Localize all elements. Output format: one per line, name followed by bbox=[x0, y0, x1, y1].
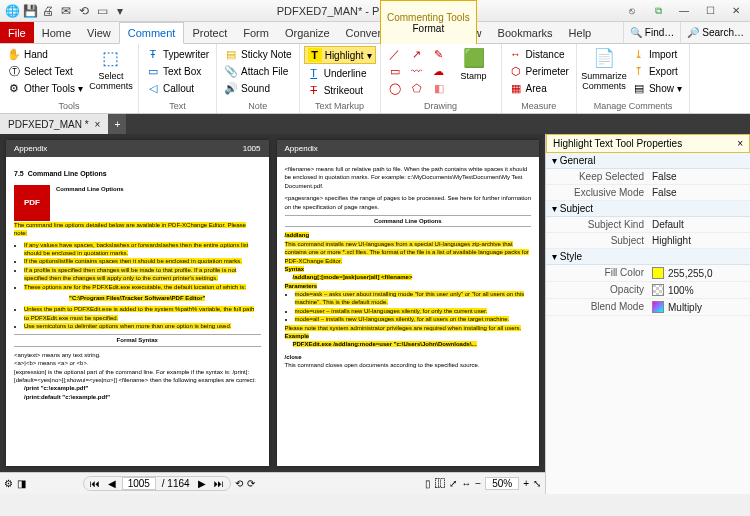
shape-cloud[interactable]: ☁ bbox=[429, 63, 449, 79]
subject-v[interactable]: Highlight bbox=[652, 235, 744, 246]
contextual-tab-format[interactable]: Format bbox=[387, 23, 470, 34]
next-page-icon[interactable]: ▶ bbox=[196, 478, 208, 489]
select-text-tool[interactable]: ⓉSelect Text bbox=[4, 63, 86, 79]
group-subject[interactable]: ▾ Subject bbox=[546, 201, 750, 217]
sticky-note-tool[interactable]: ▤Sticky Note bbox=[221, 46, 295, 62]
underline-tool[interactable]: TUnderline bbox=[304, 65, 376, 81]
highlight-tool[interactable]: THighlight▾ bbox=[304, 46, 376, 64]
textbox-tool[interactable]: ▭Text Box bbox=[143, 63, 212, 79]
props-close-icon[interactable]: × bbox=[737, 138, 743, 149]
example-hdr: Example bbox=[285, 333, 310, 339]
mail-icon[interactable]: ✉ bbox=[58, 3, 74, 19]
tab-bookmarks[interactable]: Bookmarks bbox=[490, 22, 561, 43]
shape-pencil[interactable]: ✎ bbox=[429, 46, 449, 62]
maximize-icon[interactable]: ☐ bbox=[698, 2, 722, 20]
new-tab-button[interactable]: + bbox=[108, 114, 126, 134]
group-style[interactable]: ▾ Style bbox=[546, 249, 750, 265]
select-comments-button[interactable]: ⬚Select Comments bbox=[88, 46, 134, 92]
last-page-icon[interactable]: ⏭ bbox=[212, 478, 226, 489]
first-page-icon[interactable]: ⏮ bbox=[88, 478, 102, 489]
doc-tab[interactable]: PDFXED7_MAN *× bbox=[0, 114, 108, 134]
tab-file[interactable]: File bbox=[0, 22, 34, 43]
qat-dropdown-icon[interactable]: ▾ bbox=[112, 3, 128, 19]
prev-page-icon[interactable]: ◀ bbox=[106, 478, 118, 489]
show-comments[interactable]: ▤Show▾ bbox=[629, 80, 685, 96]
import-comments[interactable]: ⤓Import bbox=[629, 46, 685, 62]
distance-tool[interactable]: ↔Distance bbox=[506, 46, 572, 62]
launch-icon[interactable]: ⎋ bbox=[620, 2, 644, 20]
save-icon[interactable]: 💾 bbox=[22, 3, 38, 19]
area-tool[interactable]: ▦Area bbox=[506, 80, 572, 96]
close-icon[interactable]: ✕ bbox=[724, 2, 748, 20]
group-general[interactable]: ▾ General bbox=[546, 153, 750, 169]
tab-organize[interactable]: Organize bbox=[277, 22, 338, 43]
find-box[interactable]: 🔍Find… bbox=[623, 22, 680, 43]
properties-pane: Highlight Text Tool Properties× ▾ Genera… bbox=[545, 134, 750, 494]
nav-back-icon[interactable]: ⟲ bbox=[235, 478, 243, 489]
globe-icon[interactable]: 🌐 bbox=[4, 3, 20, 19]
tab-home[interactable]: Home bbox=[34, 22, 79, 43]
tab-help[interactable]: Help bbox=[561, 22, 600, 43]
section-title: Command Line Options bbox=[28, 170, 107, 177]
shape-polyline[interactable]: 〰 bbox=[407, 63, 427, 79]
zoom-input[interactable] bbox=[485, 477, 519, 490]
status-bar: ⚙ ◨ ⏮ ◀ / 1164 ▶ ⏭ ⟲ ⟳ ▯ ⿲ ⤢ ↔ − + ⤡ bbox=[0, 472, 545, 494]
callout-tool[interactable]: ◁Callout bbox=[143, 80, 212, 96]
keep-selected-v[interactable]: False bbox=[652, 171, 744, 182]
fill-v[interactable]: 255,255,0 bbox=[652, 267, 744, 279]
zoom-actual-icon[interactable]: ⤡ bbox=[533, 478, 541, 489]
page-input[interactable] bbox=[122, 477, 156, 490]
layout2-icon[interactable]: ⿲ bbox=[435, 478, 445, 489]
exclusive-v[interactable]: False bbox=[652, 187, 744, 198]
strikeout-tool[interactable]: TStrikeout bbox=[304, 82, 376, 98]
contextual-group-text: Commenting Tools bbox=[387, 12, 470, 23]
tab-comment[interactable]: Comment bbox=[119, 22, 185, 44]
hand-icon: ✋ bbox=[7, 47, 21, 61]
attach-file-tool[interactable]: 📎Attach File bbox=[221, 63, 295, 79]
page-viewport[interactable]: Appendix1005 7.5 Command Line Options PD… bbox=[0, 134, 545, 472]
options-icon[interactable]: ⚙ bbox=[4, 478, 13, 489]
sound-tool[interactable]: 🔊Sound bbox=[221, 80, 295, 96]
export-comments[interactable]: ⤒Export bbox=[629, 63, 685, 79]
shape-oval[interactable]: ◯ bbox=[385, 80, 405, 96]
undo-icon[interactable]: ⟲ bbox=[76, 3, 92, 19]
color-swatch[interactable] bbox=[652, 267, 664, 279]
tab-view[interactable]: View bbox=[79, 22, 119, 43]
shape-line[interactable]: ／ bbox=[385, 46, 405, 62]
tab-protect[interactable]: Protect bbox=[184, 22, 235, 43]
path: "C:\Program Files\Tracker Software\PDF E… bbox=[69, 295, 205, 301]
tab-form[interactable]: Form bbox=[235, 22, 277, 43]
opacity-v[interactable]: 100% bbox=[652, 284, 744, 296]
shape-rect[interactable]: ▭ bbox=[385, 63, 405, 79]
minimize-icon[interactable]: — bbox=[672, 2, 696, 20]
scan-icon[interactable]: ▭ bbox=[94, 3, 110, 19]
zoomout-icon[interactable]: − bbox=[475, 478, 481, 489]
ui-toggle-icon[interactable]: ⧉ bbox=[646, 2, 670, 20]
other-tools[interactable]: ⚙Other Tools▾ bbox=[4, 80, 86, 96]
zoomin-icon[interactable]: + bbox=[523, 478, 529, 489]
nav-fwd-icon[interactable]: ⟳ bbox=[247, 478, 255, 489]
perimeter-tool[interactable]: ⬡Perimeter bbox=[506, 63, 572, 79]
print-icon[interactable]: 🖨 bbox=[40, 3, 56, 19]
subject-kind-k: Subject Kind bbox=[552, 219, 652, 230]
subject-kind-v[interactable]: Default bbox=[652, 219, 744, 230]
summarize-comments-button[interactable]: 📄Summarize Comments bbox=[581, 46, 627, 92]
area-icon: ▦ bbox=[509, 81, 523, 95]
shape-polygon[interactable]: ⬠ bbox=[407, 80, 427, 96]
hand-tool[interactable]: ✋Hand bbox=[4, 46, 86, 62]
panel-icon[interactable]: ◨ bbox=[17, 478, 26, 489]
window-title: PDFXED7_MAN* - PDF-XChange Editor bbox=[132, 5, 620, 17]
shape-arrow[interactable]: ↗ bbox=[407, 46, 427, 62]
fitwidth-icon[interactable]: ↔ bbox=[461, 478, 471, 489]
layout1-icon[interactable]: ▯ bbox=[425, 478, 431, 489]
typewriter-tool[interactable]: ŦTypewriter bbox=[143, 46, 212, 62]
select-text-label: Select Text bbox=[24, 66, 73, 77]
fitpage-icon[interactable]: ⤢ bbox=[449, 478, 457, 489]
blend-v[interactable]: Multiply bbox=[652, 301, 744, 313]
close-tab-icon[interactable]: × bbox=[95, 119, 101, 130]
stamp-button[interactable]: 🟩Stamp bbox=[451, 46, 497, 82]
highlight-icon: T bbox=[308, 48, 322, 62]
paperclip-icon: 📎 bbox=[224, 64, 238, 78]
shape-eraser[interactable]: ◧ bbox=[429, 80, 449, 96]
search-box[interactable]: 🔎Search… bbox=[680, 22, 750, 43]
